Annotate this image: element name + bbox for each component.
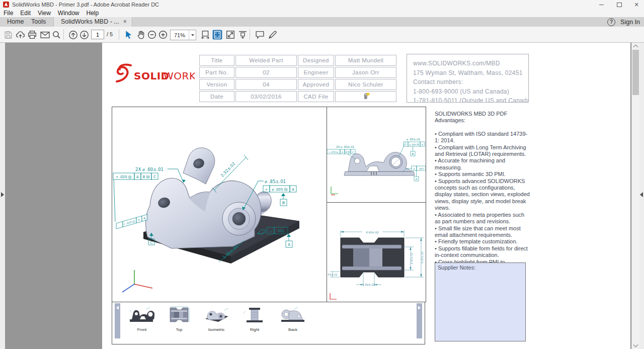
toolbar-separator [63,29,64,40]
orientation-triad [122,270,152,292]
menu-window[interactable]: Window [54,9,83,17]
expand-left-panel-button[interactable] [1,192,4,197]
vertical-scrollbar[interactable] [631,43,639,349]
email-button[interactable] [39,29,51,41]
diagonal-dimension[interactable]: 2.32±.02 [220,161,236,178]
toolbar-separator [119,29,119,40]
sign-in-button[interactable]: Sign In [620,19,640,26]
advantage-bullet: • Supports semantic 3D PMI. [435,171,530,178]
datum-a-label: A [288,242,291,247]
datum-a-label: A [416,178,418,181]
fcf-cell: A [422,143,423,146]
fit-page-icon [212,30,222,40]
fcf-cell: ⌀ .005 Ⓜ [272,188,287,192]
close-button[interactable]: ✕ [628,0,644,9]
fcf-cell: ⌖ .020 Ⓜ [329,151,339,153]
view-thumbnail-top[interactable]: Top [160,306,198,332]
notch-dimension[interactable]: 1.00±.02 [362,283,375,286]
upload-cloud-button[interactable] [14,29,26,41]
field-value-cad-file-attachment[interactable] [335,91,396,102]
fit-page-button-active[interactable] [211,29,223,41]
width-dimension[interactable]: 8.00±.02 [366,231,379,234]
fit-width-icon [201,30,210,39]
main-3d-view[interactable]: 2X ⌀ .60±.01 ⌖ .020 Ⓜ A B Ⓜ C 2.32±.02 ⌀… [112,107,327,302]
zoom-dropdown-arrow[interactable] [189,30,196,40]
field-label-version: Version [199,79,234,90]
signin-zone: ? Sign In [607,17,640,27]
tab-tools[interactable]: Tools [24,17,53,27]
window-title: SolidWorks MBD - Primer 3.pdf - Adobe Ac… [12,2,159,8]
menu-edit[interactable]: Edit [17,9,34,17]
field-label-title: Title [199,55,234,66]
advantage-bullet: • Accurate for machining and measuring. [435,157,530,171]
scroll-down-button[interactable] [632,342,639,349]
bore-callout-text: ⌀ .85±.01 [407,138,420,141]
select-cursor-icon [125,30,133,39]
scrollbar-thumb[interactable] [632,50,639,95]
table-row: Part No. 02 Engineer Jason Orr [199,67,396,78]
fullscreen-button[interactable] [224,29,236,41]
field-label-approved: Approved [298,79,334,90]
fit-width-button[interactable] [199,29,211,41]
outer-height-dimension[interactable]: 5.00±.02 [421,251,424,263]
comment-note-icon [367,93,369,96]
advantage-bullet: • Compliant with ISO standard 14739-1: 2… [435,131,530,144]
menu-view[interactable]: View [34,9,54,17]
contact-line-phone-us: 1-800-693-9000 (US and Canada) [413,87,522,97]
tab-close-icon[interactable]: × [123,17,127,27]
fcf-cell: ⌖ [405,143,407,146]
menu-help[interactable]: Help [83,9,103,17]
scroll-up-button[interactable] [632,43,639,50]
zoom-in-button[interactable] [157,29,169,41]
view-thumbnail-right[interactable]: Right [236,306,273,332]
acrobat-app-icon [3,2,9,8]
view-thumbnail-isometric[interactable]: Isometric [198,306,235,332]
select-tool-button[interactable] [123,29,135,41]
carousel-previous-button[interactable] [115,303,120,338]
advantage-bullet: • Associated to meta properties such as … [435,212,530,225]
previous-page-button[interactable] [67,29,79,41]
zoom-level-dropdown[interactable]: 71% [170,30,196,40]
maximize-button[interactable] [611,0,628,9]
hand-tool-button[interactable] [135,29,147,41]
side-view[interactable]: 2X ⌀ .60±.01 ⌖ .020 Ⓜ A B Ⓜ C ⌀ .85±.01 … [327,107,426,202]
hole-callout-fcf[interactable]: 2X ⌀ .60±.01 ⌖ .020 Ⓜ A B Ⓜ C [113,167,164,180]
save-button[interactable] [2,29,14,41]
collapse-panel-icon [640,192,643,197]
flange-dimension[interactable]: .53±.02 [327,273,337,276]
field-value-title[interactable]: Welded Part [235,55,297,66]
field-value-date: 03/02/2016 [235,91,297,102]
carousel-right-icon [418,306,421,310]
contact-line-address: 175 Wyman St, Waltham, Mass, 02451 [413,68,522,78]
fcf-cell: ⌖ .020 Ⓜ [116,175,132,179]
next-page-button[interactable] [78,29,90,41]
thumbnail-label: Isometric [198,327,235,332]
field-label-cad-file: CAD File [298,91,334,102]
email-icon [40,31,50,39]
scroll-mode-button[interactable] [236,29,249,41]
comment-button[interactable] [254,29,266,41]
view-thumbnail-back[interactable]: Back [274,306,311,332]
title-block-table: Title Welded Part Designed Matt Mundell … [198,54,397,103]
page-number-input[interactable] [91,30,104,39]
tab-document[interactable]: SolidWorks MBD - ... × [53,17,132,27]
inner-height-dimension[interactable]: 3.00±.02 [410,252,413,264]
fill-sign-button[interactable] [267,29,279,41]
top-view[interactable]: 8.00±.02 3.00±.02 5.00±.02 .53±.02 1.00±… [327,203,426,301]
carousel-next-button[interactable] [417,303,422,338]
menu-file[interactable]: File [0,9,17,17]
contact-info-box: www.SOLIDWORKS.com/MBD 175 Wyman St, Wal… [407,54,529,103]
view-thumbnail-front[interactable]: Front [123,306,160,332]
field-value-part-no: 02 [235,67,297,78]
print-button[interactable] [26,29,38,41]
collapse-right-panel-button[interactable] [640,192,643,197]
find-button[interactable] [50,29,62,41]
supplier-notes-field[interactable]: Supplier Notes: [435,263,526,341]
views-carousel: Front Top Isometric [112,302,425,344]
zoom-out-button[interactable] [146,29,158,41]
fcf-cell: ▱ [413,167,415,170]
help-icon[interactable]: ? [607,18,615,26]
contact-line-phone-intl: 1-781-810-5011 (Outside US and Canada) [413,96,522,103]
comment-bubble-icon [255,31,265,39]
minimize-button[interactable] [593,0,610,9]
